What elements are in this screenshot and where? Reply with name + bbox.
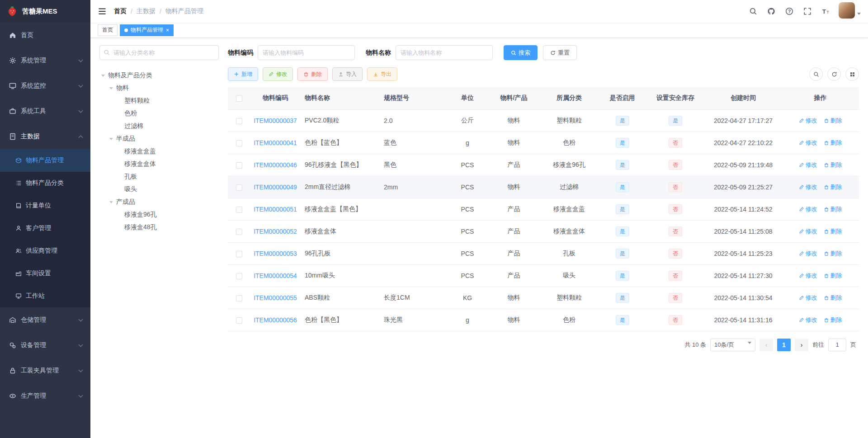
next-page-button[interactable]: › — [795, 339, 808, 351]
item-code-link[interactable]: ITEM00000049 — [254, 184, 297, 191]
table-row[interactable]: ITEM00000041 色粉【蓝色】 蓝色 g 物料 色粉 是 否 2022-… — [228, 132, 859, 154]
tree-node[interactable]: 移液盒盒盖 — [99, 145, 219, 158]
delete-row-button[interactable]: 删除 — [824, 183, 842, 191]
edit-button[interactable]: 修改 — [263, 67, 293, 81]
tree-node[interactable]: 孔板 — [99, 170, 219, 183]
sidebar-item-home[interactable]: 首页 — [0, 23, 90, 48]
table-row[interactable]: ITEM00000046 96孔移液盒【黑色】 黑色 PCS 产品 移液盒96孔… — [228, 154, 859, 176]
edit-row-button[interactable]: 修改 — [799, 316, 817, 324]
edit-row-button[interactable]: 修改 — [799, 205, 817, 213]
table-row[interactable]: ITEM00000037 PVC2.0颗粒 2.0 公斤 物料 塑料颗粒 是 是… — [228, 109, 859, 132]
edit-row-button[interactable]: 修改 — [799, 139, 817, 147]
tree-node[interactable]: 过滤棉 — [99, 120, 219, 132]
github-link-button[interactable] — [764, 2, 779, 20]
user-menu[interactable] — [839, 2, 861, 20]
sidebar-item-system-monitor[interactable]: 系统监控 — [0, 73, 90, 99]
header-search-button[interactable] — [745, 2, 761, 20]
table-row[interactable]: ITEM00000056 色粉【黑色】 珠光黑 g 物料 色粉 是 否 2022… — [228, 309, 859, 331]
item-code-link[interactable]: ITEM00000053 — [254, 250, 297, 257]
table-row[interactable]: ITEM00000053 96孔孔板 PCS 产品 孔板 是 否 2022-05… — [228, 242, 859, 264]
breadcrumb-master-data[interactable]: 主数据 — [137, 7, 156, 15]
tree-node[interactable]: 塑料颗粒 — [99, 94, 219, 107]
item-code-link[interactable]: ITEM00000046 — [254, 161, 297, 169]
page-1-button[interactable]: 1 — [777, 339, 791, 351]
sidebar-item-workstation[interactable]: 工作站 — [0, 285, 90, 307]
sidebar-item-material-product-category[interactable]: 物料产品分类 — [0, 172, 90, 194]
sidebar-item-warehouse-management[interactable]: 仓储管理 — [0, 307, 90, 333]
row-checkbox[interactable] — [236, 162, 242, 169]
sidebar-item-supplier-management[interactable]: 供应商管理 — [0, 240, 90, 262]
refresh-table-button[interactable] — [827, 67, 841, 81]
delete-button[interactable]: 删除 — [297, 67, 328, 81]
tree-node[interactable]: 色粉 — [99, 107, 219, 120]
import-button[interactable]: 导入 — [332, 67, 363, 81]
row-checkbox[interactable] — [236, 140, 242, 146]
tree-node[interactable]: 移液盒盒体 — [99, 158, 219, 170]
sidebar-item-system-management[interactable]: 系统管理 — [0, 48, 90, 73]
row-checkbox[interactable] — [236, 229, 242, 235]
sidebar-item-material-product-management[interactable]: 物料产品管理 — [0, 149, 90, 172]
item-code-link[interactable]: ITEM00000052 — [254, 228, 297, 235]
font-size-button[interactable]: TT — [818, 2, 833, 20]
edit-row-button[interactable]: 修改 — [799, 161, 817, 169]
delete-row-button[interactable]: 删除 — [824, 205, 842, 213]
page-size-select[interactable]: 10条/页 — [710, 339, 755, 351]
sidebar-item-system-tools[interactable]: 系统工具 — [0, 99, 90, 124]
tab-material-product-management[interactable]: 物料产品管理 × — [120, 24, 174, 36]
tree-caret-icon[interactable] — [109, 138, 113, 142]
delete-row-button[interactable]: 删除 — [824, 227, 842, 235]
table-row[interactable]: ITEM00000052 移液盒盒体 PCS 产品 移液盒盒体 是 否 2022… — [228, 220, 859, 242]
edit-row-button[interactable]: 修改 — [799, 250, 817, 258]
tree-node[interactable]: 半成品 — [99, 132, 219, 145]
delete-row-button[interactable]: 删除 — [824, 316, 842, 324]
tab-home[interactable]: 首页 — [98, 24, 118, 36]
sidebar-item-customer-management[interactable]: 客户管理 — [0, 217, 90, 240]
row-checkbox[interactable] — [236, 317, 242, 324]
delete-row-button[interactable]: 删除 — [824, 161, 842, 169]
tree-node[interactable]: 产成品 — [99, 196, 219, 208]
app-logo[interactable]: 苦糖果MES — [0, 0, 90, 23]
item-code-link[interactable]: ITEM00000056 — [254, 316, 297, 324]
sidebar-item-measurement-unit[interactable]: 计量单位 — [0, 194, 90, 217]
delete-row-button[interactable]: 删除 — [824, 272, 842, 280]
row-checkbox[interactable] — [236, 118, 242, 124]
breadcrumb-home[interactable]: 首页 — [114, 7, 127, 15]
close-tab-icon[interactable]: × — [166, 28, 169, 33]
edit-row-button[interactable]: 修改 — [799, 117, 817, 125]
item-code-link[interactable]: ITEM00000037 — [254, 117, 297, 124]
tree-node[interactable]: 物料及产品分类 — [99, 69, 219, 82]
toggle-search-button[interactable] — [809, 67, 823, 81]
reset-button[interactable]: 重置 — [543, 45, 577, 60]
tree-node[interactable]: 吸头 — [99, 183, 219, 196]
hamburger-icon[interactable] — [98, 7, 107, 16]
row-checkbox[interactable] — [236, 273, 242, 279]
export-button[interactable]: 导出 — [367, 67, 397, 81]
goto-page-input[interactable] — [828, 339, 846, 351]
table-row[interactable]: ITEM00000055 ABS颗粒 长度1CM KG 物料 塑料颗粒 是 否 … — [228, 287, 859, 309]
item-code-link[interactable]: ITEM00000054 — [254, 272, 297, 279]
select-all-checkbox[interactable] — [236, 95, 242, 102]
delete-row-button[interactable]: 删除 — [824, 250, 842, 258]
sidebar-item-master-data[interactable]: 主数据 — [0, 124, 90, 149]
add-button[interactable]: 新增 — [228, 67, 258, 81]
row-checkbox[interactable] — [236, 184, 242, 191]
tree-caret-icon[interactable] — [101, 75, 105, 79]
fullscreen-button[interactable] — [800, 2, 815, 20]
item-code-link[interactable]: ITEM00000055 — [254, 294, 297, 301]
sidebar-item-fixture-management[interactable]: 工装夹具管理 — [0, 358, 90, 383]
row-checkbox[interactable] — [236, 295, 242, 301]
row-checkbox[interactable] — [236, 207, 242, 213]
row-checkbox[interactable] — [236, 251, 242, 257]
delete-row-button[interactable]: 删除 — [824, 117, 842, 125]
sidebar-item-workshop-settings[interactable]: 车间设置 — [0, 262, 90, 285]
delete-row-button[interactable]: 删除 — [824, 139, 842, 147]
help-button[interactable]: ? — [782, 2, 797, 20]
table-row[interactable]: ITEM00000054 10mm吸头 PCS 产品 吸头 是 否 2022-0… — [228, 264, 859, 287]
edit-row-button[interactable]: 修改 — [799, 183, 817, 191]
tree-caret-icon[interactable] — [109, 201, 113, 205]
tree-node[interactable]: 移液盒48孔 — [99, 221, 219, 234]
column-settings-button[interactable] — [845, 67, 859, 81]
edit-row-button[interactable]: 修改 — [799, 227, 817, 235]
code-filter-input[interactable] — [258, 45, 355, 60]
prev-page-button[interactable]: ‹ — [760, 339, 773, 351]
